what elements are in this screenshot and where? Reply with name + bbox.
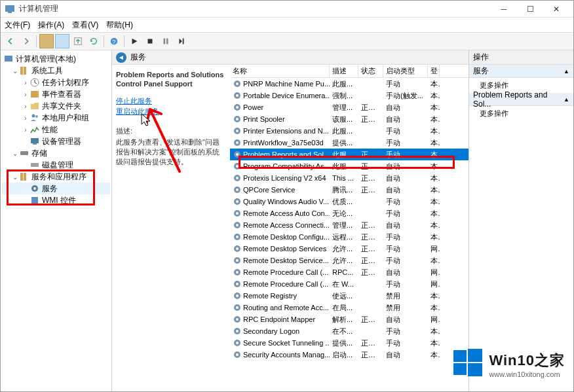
service-row[interactable]: Remote Desktop Services允许...正在...手动网 bbox=[230, 243, 469, 255]
actions-section-services[interactable]: 服务▲ bbox=[469, 65, 573, 78]
service-row[interactable]: Secondary Logon在不...手动本 bbox=[230, 325, 469, 337]
service-startup: 自动 bbox=[383, 162, 428, 171]
menu-action[interactable]: 操作(A) bbox=[38, 20, 64, 31]
tree-services[interactable]: 服务 bbox=[2, 183, 110, 194]
gear-icon bbox=[233, 256, 242, 265]
play-button[interactable] bbox=[127, 34, 142, 48]
service-row[interactable]: Printer Extensions and N...此服...手动本 bbox=[230, 125, 469, 137]
tree-systools[interactable]: ⌄系统工具 bbox=[2, 65, 110, 77]
gear-icon bbox=[233, 126, 242, 135]
services-list: 名称 描述 状态 启动类型 登 PNRP Machine Name Pu...此… bbox=[230, 65, 469, 391]
service-startup: 手动 bbox=[383, 256, 428, 266]
stop-service-link[interactable]: 停止此服务 bbox=[116, 96, 226, 107]
tree-shared-folders[interactable]: ›共享文件夹 bbox=[2, 100, 110, 112]
back-arrow-icon[interactable]: ◄ bbox=[116, 52, 126, 63]
gear-icon bbox=[233, 115, 242, 124]
help-button[interactable]: ? bbox=[107, 34, 121, 48]
service-logon: 本 bbox=[428, 232, 440, 242]
service-row[interactable]: RPC Endpoint Mapper解析...正在...自动网 bbox=[230, 313, 469, 325]
service-row[interactable]: Program Compatibility As...此服...正在...自动本 bbox=[230, 160, 469, 172]
tree-storage[interactable]: ⌄存储 bbox=[2, 147, 110, 159]
tree-wmi[interactable]: WMI 控件 bbox=[2, 194, 110, 206]
tree-root[interactable]: 计算机管理(本地) bbox=[2, 53, 110, 65]
service-name: Program Compatibility As... bbox=[243, 162, 330, 170]
export-button[interactable] bbox=[71, 34, 85, 48]
gear-icon bbox=[233, 338, 242, 347]
back-button[interactable] bbox=[3, 34, 18, 48]
service-row[interactable]: Remote Registry使远...禁用本 bbox=[230, 290, 469, 302]
tree-services-apps[interactable]: ⌄服务和应用程序 bbox=[2, 171, 110, 183]
service-desc: 此服... bbox=[330, 126, 358, 136]
gear-icon bbox=[233, 162, 242, 171]
service-row[interactable]: Protexis Licensing V2 x64This ...正在...自动… bbox=[230, 172, 469, 184]
body: 计算机管理(本地) ⌄系统工具 ›任务计划程序 ›事件查看器 ›共享文件夹 ›本… bbox=[1, 50, 573, 391]
service-logon: 网 bbox=[428, 315, 440, 325]
service-row[interactable]: Portable Device Enumera...强制...手动(触发...本 bbox=[230, 90, 469, 101]
tree-event-viewer[interactable]: ›事件查看器 bbox=[2, 88, 110, 100]
pause-button[interactable] bbox=[159, 34, 173, 48]
menu-help[interactable]: 帮助(H) bbox=[106, 20, 133, 31]
gear-icon bbox=[233, 291, 242, 300]
gear-icon bbox=[233, 209, 242, 218]
service-status: 正在... bbox=[358, 315, 383, 325]
service-row[interactable]: Routing and Remote Acc...在局...禁用本 bbox=[230, 302, 469, 313]
service-desc: 管理... bbox=[330, 221, 358, 230]
menu-view[interactable]: 查看(V) bbox=[72, 20, 98, 31]
service-startup: 自动 bbox=[383, 268, 428, 277]
service-name: QPCore Service bbox=[243, 186, 295, 194]
minimize-button[interactable]: ─ bbox=[491, 1, 517, 17]
service-logon: 本 bbox=[428, 291, 440, 301]
svg-rect-16 bbox=[31, 138, 39, 143]
service-name: Remote Desktop Services bbox=[243, 245, 326, 253]
tree-task-scheduler[interactable]: ›任务计划程序 bbox=[2, 77, 110, 88]
svg-rect-7 bbox=[166, 39, 168, 45]
service-row[interactable]: Print Spooler该服...正在...自动本 bbox=[230, 113, 469, 125]
service-row[interactable]: Remote Procedure Call (...在 W...手动网 bbox=[230, 278, 469, 290]
service-row[interactable]: Remote Access Auto Con...无论...手动本 bbox=[230, 207, 469, 219]
svg-point-44 bbox=[236, 188, 239, 191]
restart-service-link[interactable]: 重启动此服务 bbox=[116, 106, 226, 117]
service-name: Remote Procedure Call (... bbox=[243, 268, 328, 276]
forward-button[interactable] bbox=[19, 34, 33, 48]
main-header: ◄ 服务 bbox=[112, 50, 469, 65]
service-row[interactable]: Remote Access Connecti...管理...正在...自动本 bbox=[230, 219, 469, 231]
svg-rect-6 bbox=[164, 39, 166, 45]
restart-button[interactable] bbox=[174, 34, 189, 48]
service-row[interactable]: Remote Desktop Configu...远程...正在...手动本 bbox=[230, 231, 469, 243]
gear-icon bbox=[233, 232, 242, 241]
refresh-button[interactable] bbox=[86, 34, 101, 48]
tree-performance[interactable]: ›性能 bbox=[2, 124, 110, 135]
svg-point-60 bbox=[236, 283, 239, 285]
detail-pane: Problem Reports and Solutions Control Pa… bbox=[112, 65, 230, 391]
col-startup[interactable]: 启动类型 bbox=[383, 65, 428, 77]
tree-disk-mgmt[interactable]: 磁盘管理 bbox=[2, 159, 110, 171]
service-logon: 本 bbox=[428, 126, 440, 136]
stop-button[interactable] bbox=[143, 34, 157, 48]
svg-rect-17 bbox=[33, 143, 37, 145]
service-row[interactable]: Power管理...正在...自动本 bbox=[230, 101, 469, 113]
service-row[interactable]: Security Accounts Manag...启动...正在...自动本 bbox=[230, 349, 469, 361]
close-button[interactable]: ✕ bbox=[543, 1, 569, 17]
tree-local-users[interactable]: ›本地用户和组 bbox=[2, 112, 110, 124]
service-row[interactable]: Remote Desktop Service...允许...正在...手动本 bbox=[230, 255, 469, 266]
service-desc: 允许... bbox=[330, 256, 358, 266]
service-startup: 手动 bbox=[383, 244, 428, 254]
service-row[interactable]: Secure Socket Tunneling ...提供...正在...手动本 bbox=[230, 337, 469, 349]
tree-device-manager[interactable]: 设备管理器 bbox=[2, 135, 110, 147]
col-logon[interactable]: 登 bbox=[428, 65, 440, 77]
service-row[interactable]: QPCore Service腾讯...正在...自动本 bbox=[230, 184, 469, 196]
maximize-button[interactable]: ☐ bbox=[517, 1, 543, 17]
col-desc[interactable]: 描述 bbox=[330, 65, 358, 77]
actions-section-selected[interactable]: Problem Reports and Sol...▲ bbox=[469, 93, 573, 106]
service-row[interactable]: Problem Reports and Sol...此服...正在...手动本 bbox=[230, 149, 469, 160]
toolbar-button-1[interactable] bbox=[39, 34, 54, 48]
service-row[interactable]: Quality Windows Audio V...优质...手动本 bbox=[230, 196, 469, 207]
service-row[interactable]: Remote Procedure Call (...RPC...正在...自动网 bbox=[230, 266, 469, 278]
service-row[interactable]: PrintWorkflow_3a75e03d提供...手动本 bbox=[230, 137, 469, 149]
svg-point-54 bbox=[236, 247, 239, 250]
col-status[interactable]: 状态 bbox=[358, 65, 383, 77]
toolbar-button-2[interactable] bbox=[55, 34, 69, 48]
menu-file[interactable]: 文件(F) bbox=[5, 20, 30, 31]
col-name[interactable]: 名称 bbox=[230, 65, 330, 77]
service-row[interactable]: PNRP Machine Name Pu...此服...手动本 bbox=[230, 78, 469, 90]
